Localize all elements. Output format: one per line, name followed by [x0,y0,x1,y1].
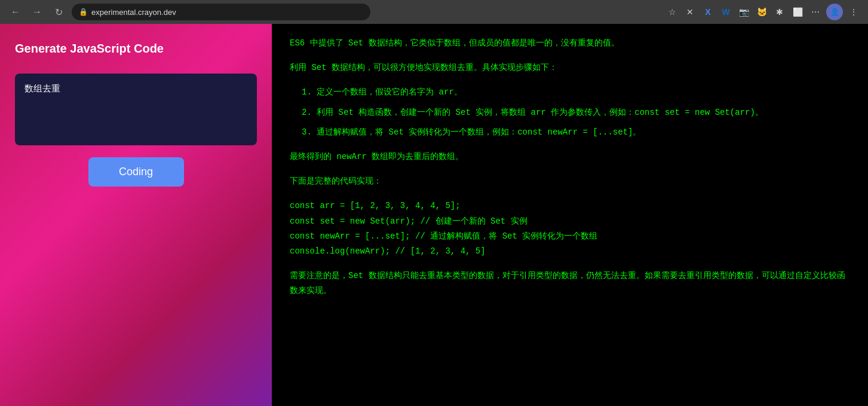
sidebar: Generate JavaScript Code 数组去重 Coding [0,24,272,406]
extension-icon8[interactable]: ⋯ [808,5,823,19]
list-item-3: 3. 通过解构赋值，将 Set 实例转化为一个数组，例如：const newAr… [302,125,850,140]
extension-icon3[interactable]: W [719,5,733,19]
address-bar[interactable]: 🔒 experimental.crayon.dev [72,4,370,20]
code-block: const arr = [1, 2, 3, 3, 4, 4, 5]; const… [290,199,850,259]
extension-icon2[interactable]: X [701,5,715,19]
code-line-4: console.log(newArr); // [1, 2, 3, 4, 5] [290,244,850,259]
list-item-1: 1. 定义一个数组，假设它的名字为 arr。 [302,85,850,100]
nav-back-button[interactable]: ← [7,4,24,20]
extension-icon7[interactable]: ⬜ [790,5,805,19]
input-label: 数组去重 [24,83,60,93]
code-line-3: const newArr = [...set]; // 通过解构赋值，将 Set… [290,229,850,244]
extension-icon5[interactable]: 🐱 [754,5,769,19]
browser-actions: ☆ ✕ X W 📷 🐱 ✱ ⬜ ⋯ 👤 ⋮ [665,4,861,20]
extension-icon1[interactable]: ✕ [683,5,697,19]
bookmark-icon[interactable]: ☆ [665,5,679,19]
code-line-1: const arr = [1, 2, 3, 3, 4, 4, 5]; [290,199,850,213]
paragraph-4: 下面是完整的代码实现： [290,174,850,189]
app-container: Generate JavaScript Code 数组去重 Coding ES6… [0,24,868,406]
paragraph-3: 最终得到的 newArr 数组即为去重后的数组。 [290,149,850,164]
nav-refresh-button[interactable]: ↻ [50,4,67,20]
browser-chrome: ← → ↻ 🔒 experimental.crayon.dev ☆ ✕ X W … [0,0,868,24]
url-text: experimental.crayon.dev [91,8,176,17]
nav-forward-button[interactable]: → [29,4,45,20]
extension-icon4[interactable]: 📷 [737,5,751,19]
extension-icon6[interactable]: ✱ [772,5,787,19]
code-line-2: const set = new Set(arr); // 创建一个新的 Set … [290,214,850,229]
coding-button[interactable]: Coding [88,157,184,187]
input-area[interactable]: 数组去重 [15,74,257,145]
content-area: ES6 中提供了 Set 数据结构，它类似于数组，但成员的值都是唯一的，没有重复… [272,24,868,406]
list-item-2: 2. 利用 Set 构造函数，创建一个新的 Set 实例，将数组 arr 作为参… [302,105,850,120]
menu-icon[interactable]: ⋮ [846,5,861,19]
paragraph-5: 需要注意的是，Set 数据结构只能去重基本类型的数据，对于引用类型的数据，仍然无… [290,268,850,298]
profile-icon[interactable]: 👤 [826,4,843,20]
paragraph-2: 利用 Set 数据结构，可以很方便地实现数组去重。具体实现步骤如下： [290,60,850,75]
paragraph-1: ES6 中提供了 Set 数据结构，它类似于数组，但成员的值都是唯一的，没有重复… [290,36,850,51]
sidebar-title: Generate JavaScript Code [15,42,257,56]
lock-icon: 🔒 [79,8,88,16]
